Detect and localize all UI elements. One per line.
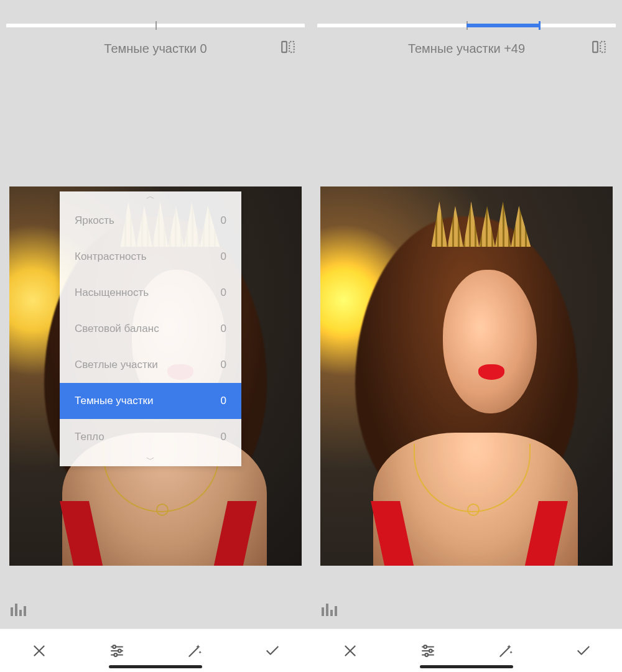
svg-rect-4 [19,610,22,616]
chevron-up-icon[interactable]: ︿ [60,191,241,203]
photo-area: ︿ Яркость0Контрастность0Насыщенность0Све… [0,67,311,628]
tune-button[interactable] [102,636,132,666]
slider-row [0,0,311,30]
magic-button[interactable] [491,636,521,666]
slider-fill [466,24,540,27]
svg-point-6 [113,645,116,648]
slider-label-row: Темные участки 0 [0,30,311,67]
magic-wand-icon [498,643,514,659]
slider-row [311,0,622,30]
svg-point-15 [424,645,427,648]
adjust-item[interactable]: Световой баланс0 [60,311,241,347]
slider-label: Темные участки +49 [408,42,525,56]
slider-label-row: Темные участки +49 [311,30,622,67]
svg-rect-0 [282,42,287,52]
photo-area [311,67,622,628]
svg-rect-10 [600,42,605,52]
screen-left: Темные участки 0 ︿ Яркость0Контрастность… [0,0,311,672]
adjust-item-label: Светлые участки [75,359,158,371]
svg-point-17 [425,653,428,656]
compare-button[interactable] [591,39,607,58]
svg-rect-11 [322,607,324,616]
tune-button[interactable] [413,636,443,666]
close-icon [342,643,358,659]
adjust-item[interactable]: Яркость0 [60,203,241,239]
close-icon [31,643,47,659]
adjust-item[interactable]: Насыщенность0 [60,275,241,311]
histogram-icon [321,602,338,616]
histogram-button[interactable] [321,602,338,619]
adjust-item-value: 0 [221,287,226,299]
screen-right: Темные участки +49 [311,0,622,672]
histogram-icon [10,602,27,616]
adjust-item-label: Яркость [75,214,114,227]
compare-button[interactable] [280,39,296,58]
adjust-item-value: 0 [221,359,226,371]
bottom-toolbar [311,628,622,672]
slider-center-tick [156,21,157,30]
svg-point-8 [114,653,117,656]
adjust-item-label: Световой баланс [75,323,159,335]
slider-thumb[interactable] [539,21,541,30]
histogram-button[interactable] [10,602,27,619]
adjust-item-label: Контрастность [75,251,147,263]
adjust-item-label: Тепло [75,431,104,443]
adjust-item-value: 0 [221,251,226,263]
magic-wand-icon [187,643,203,659]
adjust-item[interactable]: Темные участки0 [60,383,241,419]
svg-rect-5 [24,606,26,616]
cancel-button[interactable] [335,636,365,666]
sliders-icon [420,643,436,659]
chevron-down-icon[interactable]: ﹀ [60,455,241,466]
svg-rect-9 [593,42,598,52]
cancel-button[interactable] [24,636,54,666]
shadows-slider[interactable] [6,24,305,27]
bottom-toolbar [0,628,311,672]
svg-rect-13 [330,610,333,616]
adjust-item-value: 0 [221,395,226,407]
slider-label: Темные участки 0 [104,42,207,56]
edited-photo[interactable] [320,186,613,566]
adjust-item-label: Насыщенность [75,287,149,299]
svg-rect-2 [11,607,13,616]
adjust-item[interactable]: Светлые участки0 [60,347,241,383]
check-icon [575,643,592,659]
adjust-item[interactable]: Тепло0 [60,419,241,455]
home-indicator [420,665,513,668]
svg-rect-14 [335,606,337,616]
check-icon [264,643,281,659]
adjust-item-value: 0 [221,431,226,443]
svg-rect-12 [326,604,328,616]
adjust-item-value: 0 [221,214,226,227]
compare-icon [280,39,296,55]
adjust-item-label: Темные участки [75,395,153,407]
adjust-item[interactable]: Контрастность0 [60,239,241,275]
magic-button[interactable] [180,636,210,666]
svg-point-7 [118,649,121,652]
apply-button[interactable] [569,636,598,666]
apply-button[interactable] [258,636,287,666]
sliders-icon [109,643,125,659]
svg-rect-3 [15,604,17,616]
adjustments-panel: ︿ Яркость0Контрастность0Насыщенность0Све… [60,191,241,466]
adjust-item-value: 0 [221,323,226,335]
home-indicator [109,665,202,668]
svg-point-16 [429,649,432,652]
compare-icon [591,39,607,55]
shadows-slider[interactable] [317,24,616,27]
svg-rect-1 [289,42,294,52]
